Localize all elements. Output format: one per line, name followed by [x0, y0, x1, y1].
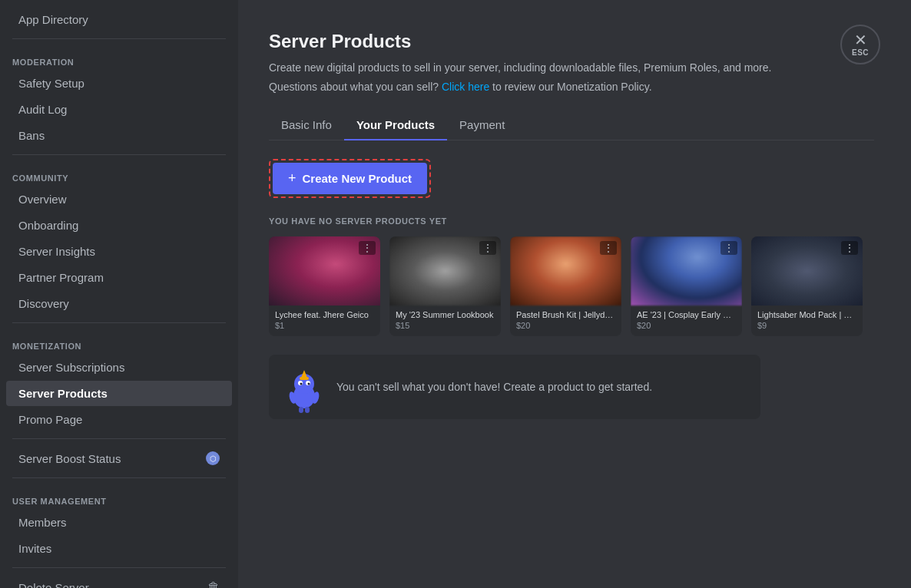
sidebar-section-monetization: MONETIZATION [0, 329, 238, 354]
trash-icon: 🗑 [207, 580, 220, 588]
mascot-icon [284, 367, 324, 407]
sidebar-section-moderation: MODERATION [0, 45, 238, 70]
sidebar-divider-4 [12, 438, 226, 439]
product-card-title-4: Lightsaber Mod Pack | H... [757, 310, 856, 319]
sidebar-section-community: COMMUNITY [0, 161, 238, 186]
product-card-2[interactable]: ⋮ Pastel Brush Kit | Jellydoosart $20 [510, 236, 621, 336]
mascot-svg [284, 367, 324, 413]
close-esc-button[interactable]: ✕ ESC [840, 25, 880, 64]
svg-point-5 [308, 383, 310, 385]
sidebar: App Directory MODERATION Safety Setup Au… [0, 0, 238, 588]
sidebar-divider-2 [12, 154, 226, 155]
product-card-4[interactable]: ⋮ Lightsaber Mod Pack | H... $9 [751, 236, 863, 336]
plus-icon: + [288, 170, 296, 187]
empty-state-text: You can't sell what you don't have! Crea… [336, 381, 652, 393]
sidebar-divider [12, 38, 226, 39]
sidebar-item-discovery[interactable]: Discovery [6, 291, 232, 316]
esc-label: ESC [852, 48, 869, 57]
product-card-price-0: $1 [275, 321, 374, 330]
sidebar-divider-5 [12, 477, 226, 478]
product-card-price-3: $20 [637, 321, 736, 330]
product-card-3[interactable]: ⋮ AE '23 | Cosplay Early Looks $20 [631, 236, 742, 336]
page-title: Server Products [269, 31, 874, 52]
product-card-menu-2[interactable]: ⋮ [600, 241, 617, 255]
tab-payment[interactable]: Payment [447, 111, 517, 140]
product-card-title-0: Lychee feat. Jhere Geico [275, 310, 374, 319]
product-card-title-2: Pastel Brush Kit | Jellydoosart [516, 310, 615, 319]
create-new-product-button[interactable]: + Create New Product [273, 163, 427, 194]
sidebar-divider-6 [12, 567, 226, 568]
tab-basic-info[interactable]: Basic Info [269, 111, 344, 140]
sidebar-item-partner-program[interactable]: Partner Program [6, 265, 232, 290]
sidebar-item-promo-page[interactable]: Promo Page [6, 407, 232, 432]
product-card-title-1: My '23 Summer Lookbook [396, 310, 495, 319]
empty-state: You can't sell what you don't have! Crea… [269, 355, 760, 419]
sidebar-item-server-products[interactable]: Server Products [6, 381, 232, 406]
product-card-price-1: $15 [396, 321, 495, 330]
sidebar-item-onboarding[interactable]: Onboarding [6, 213, 232, 238]
product-card-menu-3[interactable]: ⋮ [721, 241, 737, 255]
sidebar-item-server-insights[interactable]: Server Insights [6, 239, 232, 264]
sidebar-item-bans[interactable]: Bans [6, 123, 232, 148]
tabs: Basic Info Your Products Payment [269, 111, 874, 140]
product-cards-grid: ⋮ Lychee feat. Jhere Geico $1 ⋮ My '23 S… [269, 236, 874, 336]
close-x-icon: ✕ [854, 32, 867, 48]
sidebar-item-invites[interactable]: Invites [6, 536, 232, 561]
product-card-menu-0[interactable]: ⋮ [359, 241, 376, 255]
tab-your-products[interactable]: Your Products [344, 111, 447, 140]
svg-rect-11 [305, 407, 310, 413]
page-description-link-line: Questions about what you can sell? Click… [269, 79, 874, 95]
sidebar-section-user-management: USER MANAGEMENT [0, 484, 238, 509]
page-description: Create new digital products to sell in y… [269, 60, 874, 76]
product-card-price-4: $9 [757, 321, 856, 330]
no-products-label: YOU HAVE NO SERVER PRODUCTS YET [269, 216, 874, 226]
sidebar-item-members[interactable]: Members [6, 510, 232, 535]
sidebar-item-delete-server[interactable]: Delete Server 🗑 [6, 574, 232, 588]
product-card-1[interactable]: ⋮ My '23 Summer Lookbook $15 [389, 236, 501, 336]
monetization-policy-link[interactable]: Click here [442, 81, 489, 93]
sidebar-divider-3 [12, 322, 226, 323]
sidebar-item-overview[interactable]: Overview [6, 187, 232, 212]
sidebar-item-app-directory[interactable]: App Directory [6, 7, 232, 32]
sidebar-item-server-subscriptions[interactable]: Server Subscriptions [6, 355, 232, 380]
product-card-price-2: $20 [516, 321, 615, 330]
main-content: ✕ ESC Server Products Create new digital… [238, 0, 911, 588]
svg-point-4 [300, 383, 303, 385]
product-card-menu-4[interactable]: ⋮ [841, 241, 858, 255]
sidebar-item-server-boost-status[interactable]: Server Boost Status ⬡ [6, 445, 232, 471]
svg-marker-6 [301, 370, 307, 378]
product-card-title-3: AE '23 | Cosplay Early Looks [637, 310, 736, 319]
product-card-menu-1[interactable]: ⋮ [479, 241, 496, 255]
product-card-0[interactable]: ⋮ Lychee feat. Jhere Geico $1 [269, 236, 380, 336]
sidebar-item-safety-setup[interactable]: Safety Setup [6, 71, 232, 96]
boost-badge-icon: ⬡ [206, 451, 220, 465]
create-new-product-wrapper: + Create New Product [269, 159, 431, 198]
sidebar-item-audit-log[interactable]: Audit Log [6, 97, 232, 122]
svg-rect-7 [300, 377, 309, 380]
svg-rect-10 [299, 407, 303, 413]
